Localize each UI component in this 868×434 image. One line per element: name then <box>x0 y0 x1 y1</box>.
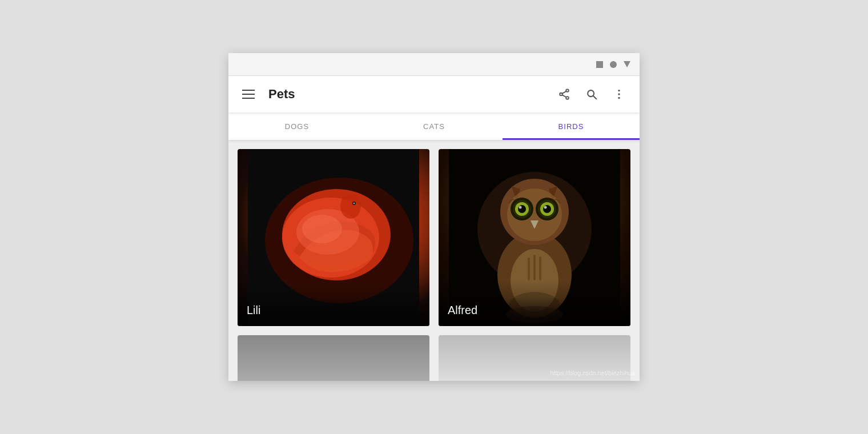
svg-point-32 <box>519 206 522 209</box>
more-button[interactable] <box>608 83 630 106</box>
tab-dogs[interactable]: DOGS <box>228 112 365 140</box>
svg-point-37 <box>544 206 547 209</box>
card-label-lili: Lili <box>238 297 429 326</box>
titlebar-circle-icon <box>610 61 617 68</box>
svg-rect-23 <box>528 258 530 280</box>
titlebar-triangle-icon <box>624 61 630 67</box>
app-title: Pets <box>268 87 544 102</box>
svg-point-15 <box>302 215 342 243</box>
bird-card-alfred[interactable]: Alfred <box>439 149 630 326</box>
svg-point-31 <box>518 205 526 213</box>
svg-point-18 <box>353 203 355 204</box>
svg-point-9 <box>618 97 620 99</box>
tabs-bar: DOGS CATS BIRDS <box>228 112 640 140</box>
app-window: Pets <box>228 53 640 381</box>
svg-rect-24 <box>533 255 536 280</box>
partial-card-left[interactable] <box>238 335 429 381</box>
titlebar-square-icon <box>596 61 603 68</box>
content-area: Lili <box>228 140 640 335</box>
svg-rect-25 <box>539 256 541 280</box>
share-button[interactable] <box>553 83 576 106</box>
app-bar: Pets <box>228 76 640 112</box>
tab-birds[interactable]: BIRDS <box>503 112 640 140</box>
svg-point-16 <box>340 194 361 219</box>
bird-card-lili[interactable]: Lili <box>238 149 429 326</box>
svg-line-3 <box>562 91 566 94</box>
svg-point-8 <box>618 93 620 95</box>
app-bar-actions <box>553 83 630 106</box>
hamburger-button[interactable] <box>238 85 259 103</box>
search-button[interactable] <box>580 83 603 106</box>
svg-line-6 <box>593 96 597 99</box>
card-label-alfred: Alfred <box>439 297 630 326</box>
title-bar <box>228 53 640 76</box>
svg-line-4 <box>562 95 566 97</box>
watermark: https://blog.csdn.net/biezhihua <box>550 369 635 376</box>
svg-point-36 <box>543 205 551 213</box>
svg-point-7 <box>618 90 620 91</box>
tab-cats[interactable]: CATS <box>365 112 503 140</box>
